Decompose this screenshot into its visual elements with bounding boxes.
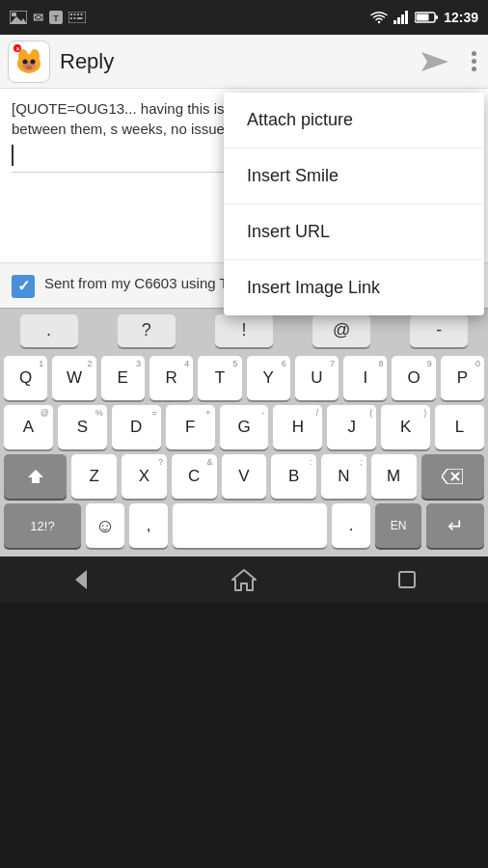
time-display: 12:39 bbox=[444, 10, 478, 25]
key-k[interactable]: )K bbox=[381, 405, 430, 449]
keyboard: 1Q2W3E4R5T6Y7U8I9O0P @A%S=D+F-G/H(J)KL Z… bbox=[0, 352, 488, 556]
back-icon bbox=[75, 570, 87, 589]
title-bar: ✕ Reply bbox=[0, 35, 488, 89]
lang-key[interactable]: EN bbox=[375, 503, 421, 548]
space-key[interactable] bbox=[173, 503, 327, 548]
comma-key[interactable]: , bbox=[129, 503, 168, 548]
status-bar: ✉ T bbox=[0, 0, 488, 35]
key-m[interactable]: M bbox=[371, 454, 417, 499]
recent-apps-button[interactable] bbox=[378, 560, 436, 599]
svg-rect-15 bbox=[401, 14, 404, 24]
svg-rect-12 bbox=[77, 17, 83, 19]
svg-rect-8 bbox=[77, 14, 79, 15]
svg-rect-6 bbox=[70, 14, 72, 15]
overflow-dot bbox=[472, 59, 476, 64]
keyboard-row-4: 12!? ☺ , . EN ↵ bbox=[0, 503, 488, 548]
num-sym-key[interactable]: 12!? bbox=[4, 503, 81, 548]
svg-marker-31 bbox=[28, 470, 43, 483]
key-n[interactable]: ;N bbox=[321, 454, 366, 499]
key-d[interactable]: =D bbox=[112, 405, 161, 449]
text-cursor bbox=[12, 145, 14, 166]
svg-marker-30 bbox=[421, 52, 448, 71]
period-special-key[interactable]: . bbox=[20, 314, 78, 347]
key-u[interactable]: 7U bbox=[295, 356, 339, 400]
dash-special-key[interactable]: - bbox=[410, 314, 468, 347]
svg-rect-18 bbox=[435, 15, 438, 19]
exclaim-special-key[interactable]: ! bbox=[215, 314, 273, 347]
svg-text:✕: ✕ bbox=[15, 46, 20, 52]
insert-image-link-item[interactable]: Insert Image Link bbox=[224, 260, 484, 315]
key-s[interactable]: %S bbox=[58, 405, 107, 449]
svg-text:T: T bbox=[53, 14, 59, 23]
status-left-icons: ✉ T bbox=[10, 11, 86, 25]
question-special-key[interactable]: ? bbox=[118, 314, 176, 347]
checkmark-icon: ✓ bbox=[17, 279, 30, 294]
send-button[interactable] bbox=[418, 44, 452, 79]
back-button[interactable] bbox=[52, 560, 110, 599]
svg-marker-32 bbox=[442, 469, 463, 484]
page-title: Reply bbox=[60, 49, 418, 74]
key-a[interactable]: @A bbox=[4, 405, 53, 449]
shift-key[interactable] bbox=[4, 454, 67, 499]
insert-url-item[interactable]: Insert URL bbox=[224, 204, 484, 260]
svg-point-27 bbox=[26, 66, 32, 69]
text-area-container: [QUOTE=OUG13... having this issu downpip… bbox=[0, 89, 488, 262]
key-y[interactable]: 6Y bbox=[247, 356, 290, 400]
send-icon bbox=[420, 48, 450, 75]
key-j[interactable]: (J bbox=[327, 405, 376, 449]
overflow-dot bbox=[472, 51, 476, 56]
key-f[interactable]: +F bbox=[166, 405, 215, 449]
svg-rect-13 bbox=[393, 20, 396, 24]
key-t[interactable]: 5T bbox=[198, 356, 241, 400]
key-v[interactable]: V bbox=[222, 454, 267, 499]
overflow-menu-button[interactable] bbox=[468, 47, 480, 75]
gallery-icon bbox=[10, 11, 27, 24]
key-w[interactable]: 2W bbox=[52, 356, 95, 400]
key-z[interactable]: Z bbox=[71, 454, 117, 499]
at-special-key[interactable]: @ bbox=[312, 314, 370, 347]
attach-picture-item[interactable]: Attach picture bbox=[224, 93, 484, 149]
signature-checkbox[interactable]: ✓ bbox=[12, 275, 35, 298]
svg-marker-2 bbox=[10, 16, 27, 24]
status-right-icons: 12:39 bbox=[370, 10, 478, 25]
keyboard-row-2: @A%S=D+F-G/H(J)KL bbox=[0, 405, 488, 449]
svg-rect-7 bbox=[74, 14, 76, 15]
svg-rect-10 bbox=[70, 17, 72, 19]
svg-point-25 bbox=[23, 59, 28, 64]
key-b[interactable]: :B bbox=[271, 454, 316, 499]
key-r[interactable]: 4R bbox=[149, 356, 193, 400]
battery-icon bbox=[415, 11, 438, 24]
svg-rect-14 bbox=[397, 17, 400, 24]
gmail-icon: ✉ bbox=[33, 11, 43, 25]
app-logo: ✕ bbox=[12, 44, 46, 79]
recent-apps-icon bbox=[398, 571, 416, 588]
keyboard-icon bbox=[68, 12, 86, 23]
enter-key[interactable]: ↵ bbox=[426, 503, 484, 548]
key-c[interactable]: &C bbox=[172, 454, 217, 499]
key-x[interactable]: ?X bbox=[122, 454, 167, 499]
home-icon bbox=[231, 568, 257, 591]
key-q[interactable]: 1Q bbox=[4, 356, 47, 400]
wifi-icon bbox=[370, 11, 388, 24]
key-e[interactable]: 3E bbox=[101, 356, 145, 400]
key-l[interactable]: L bbox=[435, 405, 484, 449]
svg-point-26 bbox=[31, 59, 36, 64]
title-actions bbox=[418, 44, 480, 79]
key-h[interactable]: /H bbox=[273, 405, 322, 449]
key-o[interactable]: 9O bbox=[392, 356, 435, 400]
svg-rect-1 bbox=[12, 13, 16, 16]
backspace-key[interactable] bbox=[421, 454, 484, 499]
home-button[interactable] bbox=[215, 560, 273, 599]
period-key[interactable]: . bbox=[332, 503, 370, 548]
overflow-dot bbox=[472, 67, 476, 71]
svg-rect-9 bbox=[81, 14, 83, 15]
svg-rect-16 bbox=[405, 11, 408, 24]
insert-smile-item[interactable]: Insert Smile bbox=[224, 149, 484, 204]
key-p[interactable]: 0P bbox=[441, 356, 484, 400]
key-i[interactable]: 8I bbox=[343, 356, 387, 400]
signal-icon bbox=[393, 11, 409, 24]
keyboard-row-1: 1Q2W3E4R5T6Y7U8I9O0P bbox=[0, 356, 488, 400]
svg-rect-11 bbox=[74, 17, 76, 19]
emoji-key[interactable]: ☺ bbox=[86, 503, 124, 548]
key-g[interactable]: -G bbox=[220, 405, 269, 449]
